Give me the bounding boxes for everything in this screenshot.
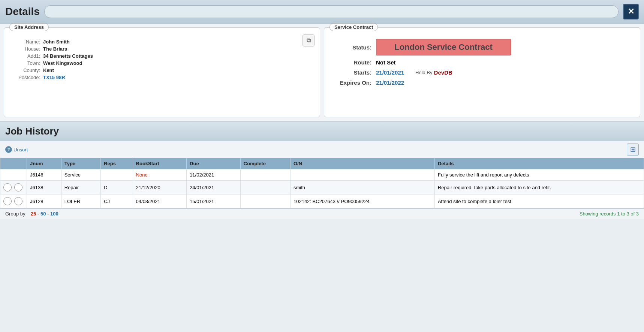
due-cell: 11/02/2021 xyxy=(187,169,241,181)
controls-bar: ? Unsort ⊞ xyxy=(0,141,644,158)
circles-cell xyxy=(0,169,27,181)
sc-starts-label: Starts: xyxy=(330,69,371,76)
held-by-value: DevDB xyxy=(434,69,452,76)
service-contract-content: Status: London Service Contract Route: N… xyxy=(330,39,634,86)
sc-route-value: Not Set xyxy=(376,59,396,66)
address-row-postcode: Postcode: TX15 98R xyxy=(10,75,314,80)
add1-value: 34 Bennetts Cottages xyxy=(43,53,93,59)
due-cell: 24/01/2021 xyxy=(187,181,241,194)
sc-status-label: Status: xyxy=(330,44,371,51)
table-header-row: Jnum Type Reps BookStart Due Complete O/… xyxy=(0,158,644,169)
sc-expires-value: 21/01/2022 xyxy=(376,79,404,86)
panels-row: Site Address ⧉ Name: John Smith House: T… xyxy=(0,24,644,122)
due-cell: 15/01/2021 xyxy=(187,194,241,208)
sc-starts-value: 21/01/2021 xyxy=(376,69,404,76)
circle-btn-1[interactable] xyxy=(3,197,12,205)
copy-button[interactable]: ⧉ xyxy=(303,34,315,46)
held-by-label: Held By xyxy=(415,70,433,75)
held-by-group: Held By DevDB xyxy=(415,69,452,76)
complete-cell xyxy=(240,194,290,208)
circles-cell xyxy=(0,194,27,208)
search-input[interactable] xyxy=(44,5,619,18)
bookstart-cell: 04/03/2021 xyxy=(133,194,187,208)
jnum-cell: J6138 xyxy=(27,181,61,194)
col-header-bookstart: BookStart xyxy=(133,158,187,169)
county-value: Kent xyxy=(43,67,54,73)
jnum-cell: J6146 xyxy=(27,169,61,181)
bookstart-cell: None xyxy=(133,169,187,181)
service-contract-label: Service Contract xyxy=(329,23,378,31)
footer-bar: Group by: 25 - 50 - 100 Showing records … xyxy=(0,208,644,219)
address-row-house: House: The Briars xyxy=(10,46,314,52)
circle-btn-2[interactable] xyxy=(14,197,22,205)
job-history-header: Job History xyxy=(0,122,644,141)
on-cell: smith xyxy=(290,181,434,194)
header: Details ✕ xyxy=(0,0,644,24)
help-icon[interactable]: ? xyxy=(5,146,12,153)
site-address-panel: Site Address ⧉ Name: John Smith House: T… xyxy=(4,27,320,117)
type-cell: LOLER xyxy=(61,194,101,208)
close-button[interactable]: ✕ xyxy=(623,4,639,19)
group-by-50[interactable]: 50 xyxy=(40,211,46,217)
on-cell xyxy=(290,169,434,181)
sc-status-row: Status: London Service Contract xyxy=(330,39,634,55)
complete-cell xyxy=(240,169,290,181)
group-by-label: Group by: xyxy=(5,211,27,217)
group-by: Group by: 25 - 50 - 100 xyxy=(5,211,58,217)
complete-cell xyxy=(240,181,290,194)
page-title: Details xyxy=(5,6,40,18)
sc-starts-row: Starts: 21/01/2021 Held By DevDB xyxy=(330,69,634,76)
address-content: Name: John Smith House: The Briars Add1:… xyxy=(10,39,314,80)
sc-status-value: London Service Contract xyxy=(376,39,511,55)
grid-icon-button[interactable]: ⊞ xyxy=(627,144,639,156)
reps-cell xyxy=(101,169,133,181)
name-value: John Smith xyxy=(43,39,70,45)
sc-expires-row: Expires On: 21/01/2022 xyxy=(330,79,634,86)
sc-route-row: Route: Not Set xyxy=(330,59,634,66)
job-history-title: Job History xyxy=(5,126,59,137)
details-cell: Attend site to complete a loler test. xyxy=(434,194,644,208)
sc-route-label: Route: xyxy=(330,59,371,66)
address-row-name: Name: John Smith xyxy=(10,39,314,45)
bookstart-cell: 21/12/2020 xyxy=(133,181,187,194)
unsort-button[interactable]: Unsort xyxy=(13,147,28,153)
add1-label: Add1: xyxy=(10,53,40,59)
details-cell: Fully service the lift and report any de… xyxy=(434,169,644,181)
town-label: Town: xyxy=(10,60,40,66)
group-by-dash1: - xyxy=(37,211,40,217)
group-by-25[interactable]: 25 xyxy=(31,211,36,217)
col-header-checkbox xyxy=(0,158,27,169)
col-header-due: Due xyxy=(187,158,241,169)
col-header-on: O/N xyxy=(290,158,434,169)
name-label: Name: xyxy=(10,39,40,45)
address-row-add1: Add1: 34 Bennetts Cottages xyxy=(10,53,314,59)
circle-btn-2[interactable] xyxy=(14,183,22,191)
sc-expires-label: Expires On: xyxy=(330,79,371,86)
town-value: West Kingswood xyxy=(43,60,82,66)
reps-cell: CJ xyxy=(101,194,133,208)
unsort-group: ? Unsort xyxy=(5,146,28,153)
house-value: The Briars xyxy=(43,46,67,52)
col-header-type: Type xyxy=(61,158,101,169)
col-header-complete: Complete xyxy=(240,158,290,169)
circles-cell xyxy=(0,181,27,194)
service-contract-panel: Service Contract Status: London Service … xyxy=(324,27,640,117)
jnum-cell: J6128 xyxy=(27,194,61,208)
details-cell: Repair required, take parts allocated to… xyxy=(434,181,644,194)
type-cell: Repair xyxy=(61,181,101,194)
group-by-100[interactable]: 100 xyxy=(50,211,58,217)
col-header-jnum: Jnum xyxy=(27,158,61,169)
job-history-section: Job History ? Unsort ⊞ Jnum Type Reps Bo… xyxy=(0,122,644,219)
col-header-details: Details xyxy=(434,158,644,169)
postcode-label: Postcode: xyxy=(10,75,40,80)
col-header-reps: Reps xyxy=(101,158,133,169)
house-label: House: xyxy=(10,46,40,52)
on-cell: 102142: BC207643 // PO90059224 xyxy=(290,194,434,208)
table-row: J6138RepairD21/12/202024/01/2021smithRep… xyxy=(0,181,644,194)
circle-btn-1[interactable] xyxy=(3,183,12,191)
showing-text: Showing records 1 to 3 of 3 xyxy=(580,211,639,217)
county-label: County: xyxy=(10,67,40,73)
site-address-label: Site Address xyxy=(9,23,49,31)
postcode-value: TX15 98R xyxy=(43,75,65,80)
address-row-town: Town: West Kingswood xyxy=(10,60,314,66)
